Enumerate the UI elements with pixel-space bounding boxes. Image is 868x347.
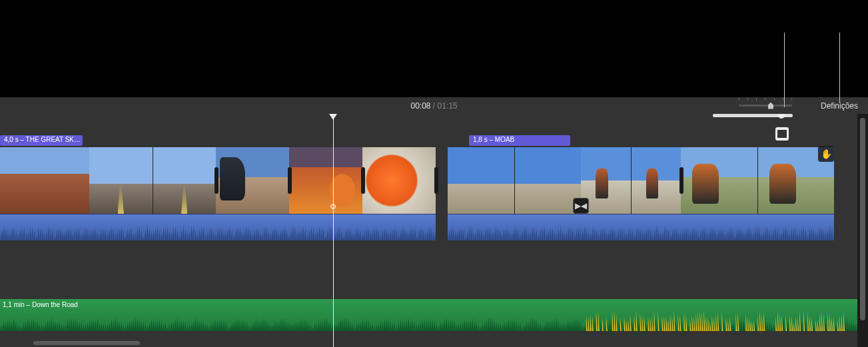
video-clip[interactable] bbox=[0, 147, 89, 254]
video-track[interactable]: 4,0 s – THE GREAT SK…1,8 s – MOAB▶◀ bbox=[0, 147, 857, 254]
timeline[interactable]: 4,0 s – THE GREAT SK…1,8 s – MOAB▶◀ ✋ 1,… bbox=[0, 114, 857, 347]
clip-edge-handle[interactable] bbox=[215, 167, 218, 194]
music-track[interactable]: 1,1 min – Down the Road bbox=[0, 299, 857, 331]
video-clip[interactable] bbox=[681, 147, 834, 254]
callout-line-zoom bbox=[784, 33, 785, 107]
playhead[interactable] bbox=[333, 114, 334, 347]
stabilize-hand-icon[interactable]: ✋ bbox=[818, 146, 834, 162]
vertical-scrollbar-thumb[interactable] bbox=[860, 118, 865, 320]
playhead-head-icon bbox=[329, 114, 337, 120]
clip-audio-waveform[interactable] bbox=[216, 214, 289, 240]
clip-audio-waveform[interactable] bbox=[681, 214, 834, 240]
video-clip[interactable] bbox=[581, 147, 681, 254]
vertical-scrollbar-track[interactable] bbox=[857, 114, 868, 347]
video-clip[interactable] bbox=[289, 147, 362, 254]
clip-thumbnail bbox=[515, 147, 582, 214]
timecode-display: 00:08 / 01:15 bbox=[410, 101, 457, 111]
time-separator: / bbox=[430, 101, 437, 111]
video-clip[interactable] bbox=[448, 147, 581, 254]
clip-thumbnail bbox=[289, 147, 362, 214]
playhead-handle-icon[interactable] bbox=[330, 204, 336, 209]
clip-thumbnail bbox=[362, 147, 436, 214]
horizontal-scrollbar[interactable] bbox=[33, 341, 140, 345]
clip-audio-waveform[interactable] bbox=[289, 214, 362, 240]
freeze-frame-icon[interactable] bbox=[775, 127, 789, 141]
total-time: 01:15 bbox=[438, 101, 458, 111]
video-clip[interactable] bbox=[89, 147, 216, 254]
clip-audio-waveform[interactable] bbox=[362, 214, 436, 240]
clip-thumbnail bbox=[681, 147, 757, 214]
clip-edge-handle[interactable] bbox=[679, 167, 683, 194]
callout-line-settings bbox=[839, 33, 840, 103]
clip-range-marker[interactable] bbox=[713, 114, 793, 117]
clip-thumbnail bbox=[632, 147, 681, 214]
clip-thumbnail bbox=[0, 147, 89, 214]
clip-edge-handle[interactable] bbox=[434, 167, 438, 194]
clip-thumbnail bbox=[216, 147, 289, 214]
clip-thumbnail bbox=[89, 147, 153, 214]
zoom-slider-thumb[interactable] bbox=[768, 103, 773, 109]
music-waveform bbox=[0, 310, 857, 331]
current-time: 00:08 bbox=[410, 101, 430, 111]
video-clip[interactable] bbox=[216, 147, 289, 254]
timeline-header: 00:08 / 01:15 Definições bbox=[0, 97, 868, 114]
clip-audio-waveform[interactable] bbox=[89, 214, 216, 240]
video-clip[interactable] bbox=[362, 147, 436, 254]
title-chip[interactable]: 1,8 s – MOAB bbox=[469, 135, 570, 146]
title-chip[interactable]: 4,0 s – THE GREAT SK… bbox=[0, 135, 83, 146]
clip-audio-waveform[interactable] bbox=[581, 214, 681, 240]
clip-audio-waveform[interactable] bbox=[0, 214, 89, 240]
clip-edge-handle[interactable] bbox=[288, 167, 292, 194]
clip-audio-waveform[interactable] bbox=[448, 214, 581, 240]
music-clip-label: 1,1 min – Down the Road bbox=[3, 301, 78, 308]
clip-thumbnail bbox=[153, 147, 217, 214]
clip-thumbnail bbox=[448, 147, 514, 214]
transition-icon[interactable]: ▶◀ bbox=[573, 198, 589, 214]
clip-edge-handle[interactable] bbox=[361, 167, 365, 194]
